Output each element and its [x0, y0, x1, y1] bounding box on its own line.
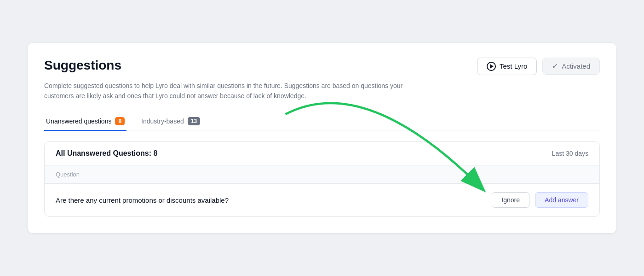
test-lyro-label: Test Lyro — [500, 62, 527, 70]
tab-industry-label: Industry-based — [141, 117, 184, 125]
row-actions: Ignore Add answer — [492, 192, 588, 208]
add-answer-button[interactable]: Add answer — [535, 192, 588, 208]
industry-badge: 13 — [188, 117, 200, 125]
questions-table-header: Question — [45, 165, 599, 184]
question-text: Are there any current promotions or disc… — [56, 196, 229, 204]
main-card: Suggestions Test Lyro ✓ Activated Comple… — [28, 43, 616, 233]
questions-title: All Unanswered Questions: 8 — [56, 149, 157, 158]
activated-button: ✓ Activated — [542, 58, 600, 75]
check-icon: ✓ — [552, 62, 558, 70]
tab-industry[interactable]: Industry-based 13 — [139, 112, 202, 131]
play-icon — [487, 62, 496, 71]
table-row: Are there any current promotions or disc… — [45, 184, 599, 216]
tab-unanswered[interactable]: Unanswered questions 8 — [44, 112, 126, 131]
page-title: Suggestions — [44, 58, 121, 73]
last-days-label: Last 30 days — [552, 150, 588, 157]
play-triangle-icon — [490, 64, 494, 69]
card-header: Suggestions Test Lyro ✓ Activated — [44, 58, 600, 75]
unanswered-badge: 8 — [115, 117, 125, 125]
page-description: Complete suggested questions to help Lyr… — [44, 81, 403, 101]
questions-header: All Unanswered Questions: 8 Last 30 days — [45, 142, 599, 165]
tabs-container: Unanswered questions 8 Industry-based 13 — [44, 112, 600, 131]
tab-unanswered-label: Unanswered questions — [46, 117, 111, 125]
activated-label: Activated — [562, 62, 590, 70]
header-buttons: Test Lyro ✓ Activated — [477, 58, 600, 75]
test-lyro-button[interactable]: Test Lyro — [477, 58, 537, 75]
ignore-button[interactable]: Ignore — [492, 192, 529, 208]
column-question-header: Question — [56, 171, 80, 178]
questions-box: All Unanswered Questions: 8 Last 30 days… — [44, 141, 600, 217]
